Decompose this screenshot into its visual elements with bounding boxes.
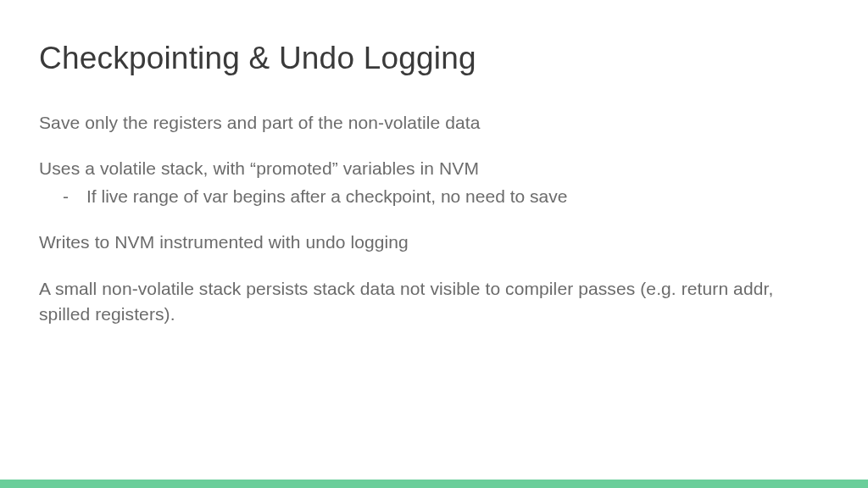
paragraph-3: Writes to NVM instrumented with undo log… — [39, 230, 829, 255]
paragraph-2-group: Uses a volatile stack, with “promoted” v… — [39, 156, 829, 209]
paragraph-4: A small non-volatile stack persists stac… — [39, 276, 829, 328]
slide-title: Checkpointing & Undo Logging — [39, 41, 829, 76]
paragraph-2-sub-1: If live range of var begins after a chec… — [63, 184, 829, 209]
paragraph-2: Uses a volatile stack, with “promoted” v… — [39, 156, 829, 181]
accent-bar — [0, 480, 868, 488]
slide: Checkpointing & Undo Logging Save only t… — [0, 0, 868, 488]
paragraph-2-sublist: If live range of var begins after a chec… — [63, 184, 829, 209]
paragraph-1: Save only the registers and part of the … — [39, 110, 829, 136]
